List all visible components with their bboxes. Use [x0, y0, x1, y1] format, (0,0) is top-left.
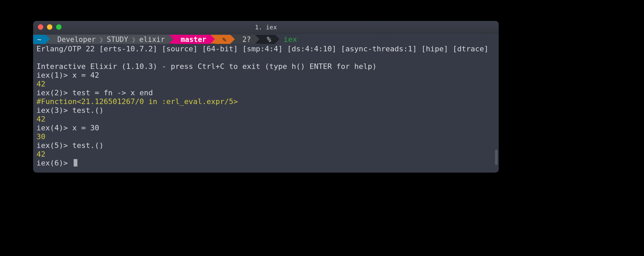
repl-input-line: iex(4)> x = 30	[36, 124, 495, 132]
iex-prompt: iex(2)>	[36, 88, 72, 97]
iex-prompt: iex(1)>	[36, 71, 72, 79]
home-label: ~	[37, 35, 42, 44]
zoom-icon[interactable]	[56, 24, 61, 30]
path-part: STUDY	[107, 35, 128, 44]
output-text: #Function<21.126501267/0 in :erl_eval.ex…	[36, 97, 238, 106]
blank-line	[36, 53, 495, 62]
repl-input-line: iex(5)> test.()	[36, 141, 495, 150]
pl-symbol-segment: %	[259, 35, 275, 44]
chevron-right-icon	[169, 35, 173, 44]
scrollbar-thumb[interactable]	[495, 150, 498, 165]
repl-lines: iex(1)> x = 4242iex(2)> test = fn -> x e…	[36, 71, 495, 168]
pl-dirty-segment: ✎	[215, 35, 231, 44]
shell-command: iex	[283, 35, 297, 44]
iex-prompt: iex(3)>	[36, 106, 72, 114]
output-text: 42	[36, 150, 46, 158]
repl-output: 42	[36, 115, 495, 124]
pencil-icon: ✎	[222, 35, 227, 44]
repl-input-line: iex(3)> test.()	[36, 106, 495, 115]
repl-output: 42	[36, 150, 495, 159]
pl-branch-segment: master	[173, 35, 210, 44]
erlang-banner: Erlang/OTP 22 [erts-10.7.2] [source] [64…	[36, 45, 495, 53]
powerline-prompt: ~ Developer❯STUDY❯elixir master ✎ 2? % i…	[33, 35, 495, 44]
chevron-right-icon: ❯	[131, 35, 136, 44]
output-text: 42	[36, 80, 46, 88]
repl-input-line: iex(1)> x = 42	[36, 71, 495, 80]
chevron-right-icon	[230, 35, 235, 44]
repl-output: #Function<21.126501267/0 in :erl_eval.ex…	[36, 97, 495, 106]
chevron-right-icon	[210, 35, 215, 44]
stash-label: 2?	[242, 35, 251, 44]
path-part: Developer	[57, 35, 96, 44]
pl-stash-segment: 2?	[235, 35, 255, 44]
close-icon[interactable]	[38, 24, 43, 30]
pl-home-segment: ~	[33, 35, 46, 44]
minimize-icon[interactable]	[47, 24, 52, 30]
terminal-window: 1. iex ~ Developer❯STUDY❯elixir master ✎…	[33, 21, 499, 173]
iex-prompt: iex(6)>	[36, 159, 72, 167]
iex-prompt: iex(4)>	[36, 124, 72, 132]
output-text: 30	[36, 132, 46, 141]
user-input: test.()	[72, 141, 104, 150]
pl-path-segment: Developer❯STUDY❯elixir	[50, 35, 169, 44]
chevron-right-icon	[275, 35, 279, 44]
repl-input-line: iex(2)> test = fn -> x end	[36, 88, 495, 97]
branch-label: master	[181, 35, 206, 44]
repl-output: 42	[36, 80, 495, 88]
cursor	[74, 159, 77, 167]
chevron-right-icon	[46, 35, 50, 44]
user-input: test.()	[72, 106, 104, 114]
chevron-right-icon: ❯	[99, 35, 103, 44]
user-input: test = fn -> x end	[72, 88, 153, 97]
window-title: 1. iex	[33, 24, 499, 31]
path-part: elixir	[139, 35, 165, 44]
titlebar[interactable]: 1. iex	[33, 21, 499, 33]
terminal-body[interactable]: ~ Developer❯STUDY❯elixir master ✎ 2? % i…	[33, 35, 499, 173]
iex-intro: Interactive Elixir (1.10.3) - press Ctrl…	[36, 62, 495, 71]
repl-output: 30	[36, 132, 495, 141]
chevron-right-icon	[255, 35, 259, 44]
user-input: x = 30	[72, 124, 99, 132]
prompt-symbol: %	[267, 35, 271, 44]
traffic-lights	[38, 24, 61, 30]
user-input: x = 42	[72, 71, 99, 79]
repl-input-line: iex(6)>	[36, 159, 495, 168]
iex-prompt: iex(5)>	[36, 141, 72, 150]
output-text: 42	[36, 115, 46, 123]
